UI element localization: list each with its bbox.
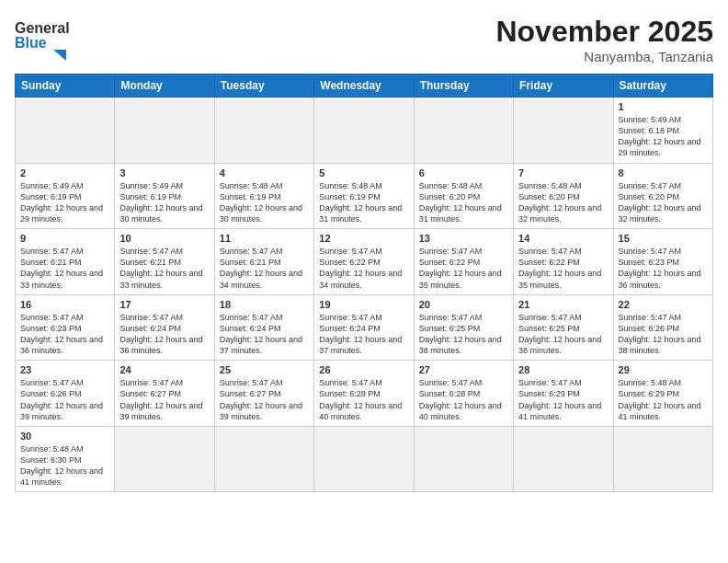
table-row — [514, 426, 613, 492]
day-number: 13 — [419, 233, 508, 244]
day-number: 25 — [220, 364, 309, 375]
table-row: 16Sunrise: 5:47 AMSunset: 6:23 PMDayligh… — [16, 294, 115, 361]
day-info: Sunrise: 5:47 AMSunset: 6:27 PMDaylight:… — [119, 377, 209, 422]
table-row — [414, 98, 513, 164]
day-info: Sunrise: 5:47 AMSunset: 6:25 PMDaylight:… — [419, 312, 508, 357]
day-number: 29 — [619, 364, 708, 375]
calendar-row: 9Sunrise: 5:47 AMSunset: 6:21 PMDaylight… — [16, 229, 713, 295]
table-row: 22Sunrise: 5:47 AMSunset: 6:26 PMDayligh… — [613, 294, 712, 361]
day-number: 7 — [518, 167, 608, 178]
day-number: 9 — [20, 233, 109, 244]
day-info: Sunrise: 5:48 AMSunset: 6:19 PMDaylight:… — [220, 180, 309, 225]
page-header: General Blue November 2025 Nanyamba, Tan… — [15, 15, 713, 64]
table-row: 13Sunrise: 5:47 AMSunset: 6:22 PMDayligh… — [414, 229, 513, 295]
day-number: 14 — [518, 233, 608, 244]
table-row: 15Sunrise: 5:47 AMSunset: 6:23 PMDayligh… — [613, 229, 712, 295]
day-info: Sunrise: 5:47 AMSunset: 6:24 PMDaylight:… — [119, 312, 209, 357]
table-row: 20Sunrise: 5:47 AMSunset: 6:25 PMDayligh… — [414, 294, 513, 361]
day-info: Sunrise: 5:47 AMSunset: 6:20 PMDaylight:… — [619, 180, 708, 225]
table-row: 27Sunrise: 5:47 AMSunset: 6:28 PMDayligh… — [414, 361, 513, 427]
calendar-row: 1Sunrise: 5:49 AMSunset: 6:18 PMDaylight… — [16, 98, 713, 164]
table-row — [214, 98, 313, 164]
day-number: 20 — [419, 299, 508, 310]
day-info: Sunrise: 5:47 AMSunset: 6:21 PMDaylight:… — [220, 246, 309, 291]
day-info: Sunrise: 5:47 AMSunset: 6:28 PMDaylight:… — [419, 377, 508, 422]
table-row: 24Sunrise: 5:47 AMSunset: 6:27 PMDayligh… — [115, 361, 214, 427]
day-number: 10 — [119, 233, 209, 244]
day-info: Sunrise: 5:48 AMSunset: 6:19 PMDaylight:… — [319, 180, 408, 225]
day-info: Sunrise: 5:47 AMSunset: 6:23 PMDaylight:… — [20, 312, 109, 357]
table-row: 11Sunrise: 5:47 AMSunset: 6:21 PMDayligh… — [214, 229, 313, 295]
table-row — [16, 98, 115, 164]
day-info: Sunrise: 5:47 AMSunset: 6:25 PMDaylight:… — [518, 312, 608, 357]
day-number: 15 — [619, 233, 708, 244]
table-row: 28Sunrise: 5:47 AMSunset: 6:29 PMDayligh… — [514, 361, 613, 427]
day-info: Sunrise: 5:47 AMSunset: 6:22 PMDaylight:… — [518, 246, 608, 291]
table-row — [314, 426, 414, 492]
header-wednesday: Wednesday — [314, 75, 414, 98]
day-number: 16 — [20, 299, 109, 310]
calendar-row: 30Sunrise: 5:48 AMSunset: 6:30 PMDayligh… — [16, 426, 713, 492]
table-row: 4Sunrise: 5:48 AMSunset: 6:19 PMDaylight… — [214, 163, 313, 229]
table-row: 12Sunrise: 5:47 AMSunset: 6:22 PMDayligh… — [314, 229, 414, 295]
table-row: 8Sunrise: 5:47 AMSunset: 6:20 PMDaylight… — [613, 163, 712, 229]
table-row — [414, 426, 513, 492]
day-info: Sunrise: 5:49 AMSunset: 6:19 PMDaylight:… — [119, 180, 209, 225]
svg-text:General: General — [15, 20, 70, 36]
table-row: 1Sunrise: 5:49 AMSunset: 6:18 PMDaylight… — [613, 98, 712, 164]
day-number: 12 — [319, 233, 408, 244]
day-info: Sunrise: 5:48 AMSunset: 6:20 PMDaylight:… — [419, 180, 508, 225]
day-info: Sunrise: 5:47 AMSunset: 6:24 PMDaylight:… — [319, 312, 408, 357]
table-row — [214, 426, 313, 492]
day-number: 4 — [220, 167, 309, 178]
table-row: 9Sunrise: 5:47 AMSunset: 6:21 PMDaylight… — [16, 229, 115, 295]
day-info: Sunrise: 5:49 AMSunset: 6:18 PMDaylight:… — [619, 114, 708, 159]
table-row: 21Sunrise: 5:47 AMSunset: 6:25 PMDayligh… — [514, 294, 613, 361]
table-row: 7Sunrise: 5:48 AMSunset: 6:20 PMDaylight… — [514, 163, 613, 229]
calendar-table: Sunday Monday Tuesday Wednesday Thursday… — [15, 74, 713, 492]
day-info: Sunrise: 5:47 AMSunset: 6:22 PMDaylight:… — [319, 246, 408, 291]
day-info: Sunrise: 5:47 AMSunset: 6:29 PMDaylight:… — [518, 377, 608, 422]
table-row: 2Sunrise: 5:49 AMSunset: 6:19 PMDaylight… — [16, 163, 115, 229]
logo: General Blue — [15, 15, 70, 61]
day-info: Sunrise: 5:47 AMSunset: 6:21 PMDaylight:… — [119, 246, 209, 291]
header-monday: Monday — [115, 75, 214, 98]
table-row: 23Sunrise: 5:47 AMSunset: 6:26 PMDayligh… — [16, 361, 115, 427]
header-thursday: Thursday — [414, 75, 513, 98]
day-number: 11 — [220, 233, 309, 244]
day-info: Sunrise: 5:48 AMSunset: 6:20 PMDaylight:… — [518, 180, 608, 225]
day-number: 27 — [419, 364, 508, 375]
day-number: 6 — [419, 167, 508, 178]
table-row: 29Sunrise: 5:48 AMSunset: 6:29 PMDayligh… — [613, 361, 712, 427]
day-info: Sunrise: 5:47 AMSunset: 6:26 PMDaylight:… — [619, 312, 708, 357]
location: Nanyamba, Tanzania — [495, 49, 713, 64]
day-info: Sunrise: 5:47 AMSunset: 6:22 PMDaylight:… — [419, 246, 508, 291]
calendar-row: 2Sunrise: 5:49 AMSunset: 6:19 PMDaylight… — [16, 163, 713, 229]
header-tuesday: Tuesday — [214, 75, 313, 98]
header-friday: Friday — [514, 75, 613, 98]
day-info: Sunrise: 5:47 AMSunset: 6:27 PMDaylight:… — [220, 377, 309, 422]
calendar-row: 16Sunrise: 5:47 AMSunset: 6:23 PMDayligh… — [16, 294, 713, 361]
table-row — [613, 426, 712, 492]
day-info: Sunrise: 5:47 AMSunset: 6:23 PMDaylight:… — [619, 246, 708, 291]
table-row: 25Sunrise: 5:47 AMSunset: 6:27 PMDayligh… — [214, 361, 313, 427]
logo-icon: General Blue — [15, 15, 70, 61]
day-info: Sunrise: 5:48 AMSunset: 6:30 PMDaylight:… — [20, 443, 109, 488]
table-row — [115, 426, 214, 492]
day-number: 1 — [619, 101, 708, 112]
day-number: 22 — [619, 299, 708, 310]
day-number: 24 — [119, 364, 209, 375]
day-number: 23 — [20, 364, 109, 375]
day-info: Sunrise: 5:47 AMSunset: 6:24 PMDaylight:… — [220, 312, 309, 357]
table-row: 26Sunrise: 5:47 AMSunset: 6:28 PMDayligh… — [314, 361, 414, 427]
day-number: 18 — [220, 299, 309, 310]
table-row: 6Sunrise: 5:48 AMSunset: 6:20 PMDaylight… — [414, 163, 513, 229]
table-row: 17Sunrise: 5:47 AMSunset: 6:24 PMDayligh… — [115, 294, 214, 361]
day-number: 28 — [518, 364, 608, 375]
svg-text:Blue: Blue — [15, 35, 47, 51]
day-number: 2 — [20, 167, 109, 178]
table-row: 19Sunrise: 5:47 AMSunset: 6:24 PMDayligh… — [314, 294, 414, 361]
month-title: November 2025 — [495, 15, 713, 49]
day-info: Sunrise: 5:47 AMSunset: 6:28 PMDaylight:… — [319, 377, 408, 422]
table-row: 10Sunrise: 5:47 AMSunset: 6:21 PMDayligh… — [115, 229, 214, 295]
